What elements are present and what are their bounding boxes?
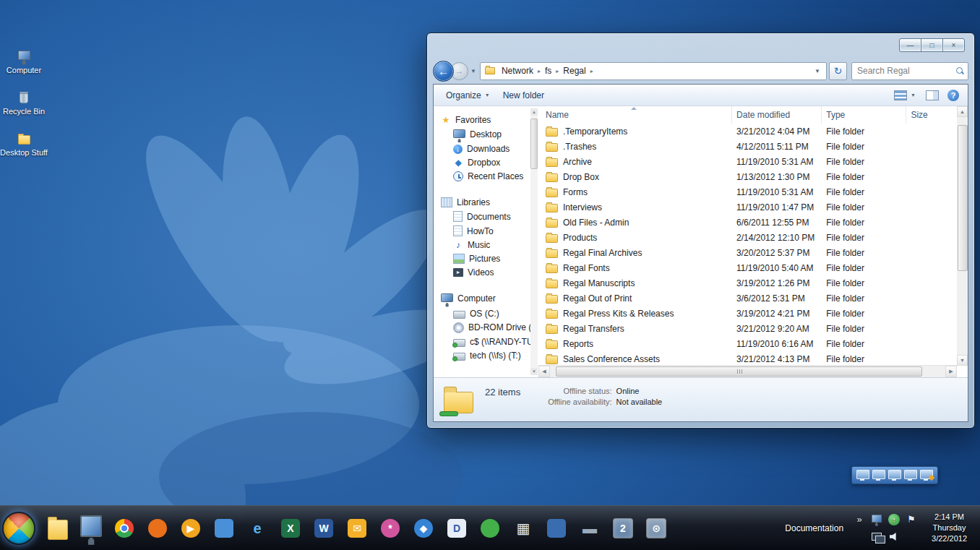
safari-icon[interactable]: ◆ bbox=[413, 517, 434, 540]
minimized-app-icon[interactable]: ▬ bbox=[579, 517, 601, 540]
breadcrumb-segment[interactable]: Network bbox=[498, 65, 537, 77]
file-row[interactable]: Reports 11/19/2010 6:16 AM File folder bbox=[538, 336, 957, 351]
display-settings-icon[interactable] bbox=[80, 517, 102, 540]
sidebar-item[interactable]: ♪ Music bbox=[434, 239, 538, 252]
maximize-button[interactable]: □ bbox=[921, 38, 943, 52]
start-button[interactable] bbox=[2, 512, 35, 545]
sidebar-item[interactable]: Pictures bbox=[434, 252, 538, 266]
new-folder-button[interactable]: New folder bbox=[497, 88, 551, 103]
monitor-button-1[interactable] bbox=[856, 470, 869, 479]
address-bar[interactable]: Network ▸ fs ▸ Regal ▸ ▼ bbox=[480, 62, 827, 80]
sidebar-scrollbar-thumb[interactable] bbox=[530, 119, 538, 169]
libraries-header[interactable]: Libraries bbox=[434, 196, 538, 210]
taskbar-overflow-chevron-icon[interactable]: » bbox=[856, 514, 861, 525]
desktop-icon[interactable]: Recycle Bin bbox=[0, 92, 52, 116]
file-row[interactable]: Products 2/14/2012 12:10 PM File folder bbox=[538, 230, 957, 245]
file-row[interactable]: Old Files - Admin 6/6/2011 12:55 PM File… bbox=[538, 215, 957, 230]
sidebar-item[interactable]: ↓ Downloads bbox=[434, 142, 538, 156]
mail-icon[interactable]: ✉ bbox=[346, 517, 368, 540]
search-box[interactable] bbox=[851, 62, 968, 80]
taskbar-clock[interactable]: 2:14 PM Thursday 3/22/2012 bbox=[927, 512, 976, 544]
close-button[interactable]: × bbox=[942, 38, 965, 52]
sidebar-item[interactable]: ▸ Videos bbox=[434, 266, 538, 280]
vertical-scrollbar[interactable]: ▲ ▼ bbox=[957, 106, 968, 366]
preview-pane-button[interactable] bbox=[926, 90, 939, 100]
file-row[interactable]: Regal Fonts 11/19/2010 5:40 AM File fold… bbox=[538, 260, 957, 275]
internet-explorer-icon[interactable]: e bbox=[246, 517, 268, 540]
volume-icon[interactable] bbox=[890, 533, 899, 541]
sidebar-scrollbar[interactable]: ▲ ▼ bbox=[530, 108, 538, 375]
horizontal-scrollbar[interactable]: ◀ ▶ bbox=[538, 365, 957, 377]
column-header-size[interactable]: Size bbox=[906, 106, 957, 124]
scroll-up-icon[interactable]: ▲ bbox=[957, 106, 968, 117]
monitor-button-5-edit[interactable] bbox=[920, 470, 933, 479]
monitor-button-4[interactable] bbox=[904, 470, 917, 479]
help-button[interactable]: ? bbox=[947, 90, 959, 101]
breadcrumb-segment[interactable]: Regal bbox=[559, 65, 589, 77]
file-row[interactable]: Regal Press Kits & Releases 3/19/2012 4:… bbox=[538, 306, 957, 321]
column-header-date-modified[interactable]: Date modified bbox=[732, 106, 822, 124]
firefox-icon[interactable] bbox=[147, 517, 168, 540]
file-row[interactable]: Drop Box 1/13/2012 1:30 PM File folder bbox=[538, 169, 957, 184]
file-row[interactable]: Forms 11/19/2010 5:31 AM File folder bbox=[538, 184, 957, 199]
minimize-button[interactable]: — bbox=[899, 38, 921, 52]
chrome-icon[interactable] bbox=[113, 517, 135, 540]
history-dropdown-icon[interactable]: ▼ bbox=[468, 68, 480, 74]
scroll-right-icon[interactable]: ▶ bbox=[945, 366, 957, 377]
sidebar-item[interactable]: c$ (\\RANDY-TU bbox=[434, 335, 538, 348]
media-player-icon[interactable]: ▶ bbox=[180, 517, 202, 540]
checkered-app-icon[interactable]: ▦ bbox=[512, 517, 534, 540]
word-icon[interactable]: W bbox=[313, 517, 335, 540]
favorites-header[interactable]: ★ Favorites bbox=[434, 113, 538, 127]
organize-button[interactable]: Organize ▼ bbox=[439, 88, 497, 103]
monitor-button-3[interactable] bbox=[888, 470, 901, 479]
scroll-up-icon[interactable]: ▲ bbox=[530, 108, 538, 116]
action-center-flag-icon[interactable]: ⚑ bbox=[907, 514, 916, 525]
sidebar-item[interactable]: HowTo bbox=[434, 224, 538, 239]
file-row[interactable]: Regal Transfers 3/21/2012 9:20 AM File f… bbox=[538, 321, 957, 336]
file-row[interactable]: Regal Out of Print 3/6/2012 5:31 PM File… bbox=[538, 291, 957, 306]
messenger-icon[interactable] bbox=[213, 517, 235, 540]
address-dropdown-icon[interactable]: ▼ bbox=[812, 68, 823, 74]
scroll-down-icon[interactable]: ▼ bbox=[530, 368, 538, 375]
clock-app-icon[interactable]: ⊙ bbox=[645, 517, 667, 540]
file-row[interactable]: Archive 11/19/2010 5:31 AM File folder bbox=[538, 154, 957, 169]
file-row[interactable]: Interviews 11/19/2010 1:47 PM File folde… bbox=[538, 199, 957, 215]
desktop-icon[interactable]: Computer bbox=[0, 51, 52, 74]
sidebar-item[interactable]: OS (C:) bbox=[434, 306, 538, 320]
app-2-icon[interactable]: 2 bbox=[612, 517, 634, 540]
tray-dual-monitor-icon[interactable] bbox=[872, 533, 882, 541]
excel-icon[interactable]: X bbox=[280, 517, 301, 540]
file-row[interactable]: Sales Conference Assets 3/21/2012 4:13 P… bbox=[538, 351, 957, 365]
column-header-type[interactable]: Type bbox=[822, 106, 906, 124]
sidebar-item[interactable]: BD-ROM Drive ( bbox=[434, 320, 538, 335]
d-app-icon[interactable]: D bbox=[446, 517, 468, 540]
explorer-icon[interactable] bbox=[47, 517, 69, 540]
search-input[interactable] bbox=[856, 65, 955, 77]
sidebar-item[interactable]: Recent Places bbox=[434, 170, 538, 184]
flower-app-icon[interactable]: * bbox=[379, 517, 401, 540]
file-row[interactable]: .Trashes 4/12/2011 5:11 PM File folder bbox=[538, 139, 957, 154]
documentation-toolbar-label[interactable]: Documentation bbox=[785, 523, 843, 533]
scroll-left-icon[interactable]: ◀ bbox=[538, 366, 550, 377]
file-row[interactable]: Regal Final Archives 3/20/2012 5:37 PM F… bbox=[538, 245, 957, 260]
sidebar-item[interactable]: tech (\\fs) (T:) bbox=[434, 348, 538, 362]
monitor-button-2[interactable] bbox=[872, 470, 885, 479]
desktop-icon[interactable]: Desktop Stuff bbox=[0, 133, 52, 157]
tray-display-icon[interactable] bbox=[872, 515, 882, 522]
breadcrumb-segment[interactable]: fs bbox=[541, 65, 555, 77]
vertical-scrollbar-thumb[interactable] bbox=[958, 125, 968, 271]
file-row[interactable]: Regal Manuscripts 3/19/2012 1:26 PM File… bbox=[538, 275, 957, 291]
refresh-button[interactable]: ↻ bbox=[829, 62, 847, 80]
sidebar-item[interactable]: Documents bbox=[434, 210, 538, 224]
file-row[interactable]: .TemporaryItems 3/21/2012 4:04 PM File f… bbox=[538, 124, 957, 139]
scroll-down-icon[interactable]: ▼ bbox=[957, 355, 968, 366]
blue-app-icon[interactable] bbox=[546, 517, 567, 540]
green-orb-icon[interactable] bbox=[479, 517, 501, 540]
change-view-button[interactable]: ▼ bbox=[893, 88, 917, 103]
sidebar-item[interactable]: ◆ Dropbox bbox=[434, 156, 538, 170]
sidebar-item[interactable]: Desktop bbox=[434, 127, 538, 142]
horizontal-scrollbar-thumb[interactable] bbox=[556, 366, 922, 377]
computer-header[interactable]: Computer bbox=[434, 292, 538, 307]
back-button[interactable]: ← bbox=[433, 61, 454, 82]
